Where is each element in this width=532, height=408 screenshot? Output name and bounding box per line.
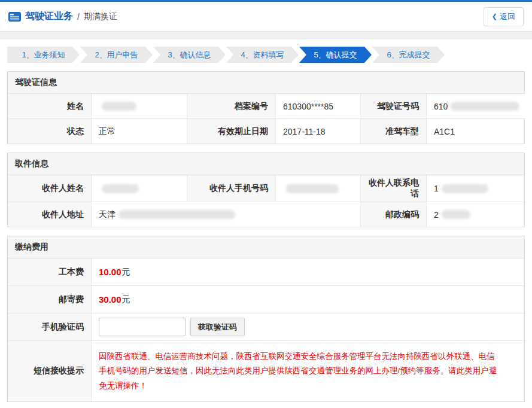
recipient-mobile-value	[276, 175, 361, 202]
page-title: 驾驶证业务	[25, 10, 73, 23]
postal-code-value: 2	[427, 202, 524, 227]
recipient-name-value	[92, 175, 187, 202]
production-fee-value: 10.00 元	[92, 258, 524, 285]
license-info-section-title: 驾驶证信息	[8, 72, 524, 94]
table-row: 短信接收提示 因陕西省联通、电信运营商技术问题，陕西省互联网交通安全综合服务管理…	[8, 340, 524, 401]
license-number-label: 驾驶证号码	[361, 94, 427, 118]
back-button-label: 返回	[500, 11, 515, 22]
table-row: 收件人地址 天津 邮政编码 2	[8, 202, 524, 227]
redacted-postal-code	[442, 210, 470, 219]
redacted-recipient-mobile	[286, 184, 339, 193]
table-row: 工本费 10.00 元	[8, 258, 524, 285]
captcha-field-group: 获取验证码	[92, 313, 524, 340]
mail-fee-unit: 元	[122, 294, 130, 305]
recipient-name-label: 收件人姓名	[8, 175, 92, 202]
table-row: 收件人姓名 收件人手机号码 收件人联系电话 1	[8, 175, 524, 202]
sms-notice-cell: 因陕西省联通、电信运营商技术问题，陕西省互联网交通安全综合服务管理平台无法向持陕…	[92, 341, 524, 401]
status-label: 状态	[8, 119, 92, 144]
production-fee-label: 工本费	[8, 258, 92, 285]
redacted-recipient-phone	[442, 184, 488, 193]
back-button[interactable]: ❮ 返回	[484, 7, 524, 26]
postal-code-label: 邮政编码	[361, 202, 427, 227]
page-subtitle: 期满换证	[84, 11, 117, 22]
page-header: 驾驶证业务 / 期满换证 ❮ 返回	[0, 2, 532, 32]
production-fee-unit: 元	[122, 267, 130, 278]
vehicle-type-value: A1C1	[427, 119, 524, 144]
step-progress-bar: 1、业务须知 2、用户申告 3、确认信息 4、资料填写 5、确认提交 6、完成提…	[0, 39, 532, 63]
mail-fee-label: 邮寄费	[8, 286, 92, 313]
captcha-input[interactable]	[99, 318, 186, 336]
file-number-value: 610300****85	[276, 94, 361, 118]
table-row: 姓名 档案编号 610300****85 驾驶证号码 610	[8, 94, 524, 118]
fees-section: 缴纳费用 工本费 10.00 元 邮寄费 30.00 元 手机验证码 获取验证码…	[7, 236, 525, 402]
footer-actions: 上一步 完成	[0, 402, 532, 408]
license-services-icon	[8, 12, 21, 22]
fees-section-title: 缴纳费用	[8, 236, 524, 258]
redacted-recipient-name	[102, 184, 139, 193]
recipient-phone-label: 收件人联系电话	[361, 175, 427, 202]
file-number-label: 档案编号	[187, 94, 276, 118]
step-user-declaration: 2、用户申告	[80, 47, 153, 63]
recipient-address-label: 收件人地址	[8, 202, 92, 227]
step-complete-submit: 6、完成提交	[372, 47, 445, 63]
breadcrumb-separator: /	[77, 12, 80, 22]
mail-fee-value: 30.00 元	[92, 286, 524, 313]
header-divider-strip	[0, 32, 532, 39]
table-row: 邮寄费 30.00 元	[8, 285, 524, 313]
license-info-section: 驾驶证信息 姓名 档案编号 610300****85 驾驶证号码 610 状态 …	[7, 71, 525, 144]
name-label: 姓名	[8, 94, 92, 118]
table-row: 手机验证码 获取验证码	[8, 313, 524, 340]
status-value: 正常	[92, 119, 187, 144]
step-confirm-info: 3、确认信息	[153, 47, 226, 63]
production-fee-amount: 10.00	[99, 267, 121, 277]
get-captcha-button[interactable]: 获取验证码	[190, 318, 245, 336]
redacted-recipient-address	[118, 210, 235, 219]
name-value	[92, 94, 187, 118]
expiry-date-value: 2017-11-18	[276, 119, 361, 144]
redacted-license-number	[451, 102, 519, 111]
chevron-left-icon: ❮	[492, 13, 497, 20]
sms-notice-label: 短信接收提示	[8, 341, 92, 401]
redacted-name	[102, 102, 136, 111]
license-number-value: 610	[427, 94, 527, 118]
expiry-date-label: 有效期止日期	[187, 119, 276, 144]
recipient-mobile-label: 收件人手机号码	[187, 175, 276, 202]
breadcrumb: 驾驶证业务 / 期满换证	[8, 10, 484, 23]
sms-notice-text: 因陕西省联通、电信运营商技术问题，陕西省互联网交通安全综合服务管理平台无法向持陕…	[99, 343, 517, 399]
table-row: 状态 正常 有效期止日期 2017-11-18 准驾车型 A1C1	[8, 118, 524, 144]
vehicle-type-label: 准驾车型	[361, 119, 427, 144]
step-confirm-submit: 5、确认提交	[299, 47, 372, 63]
pickup-info-section-title: 取件信息	[8, 153, 524, 175]
step-business-notice: 1、业务须知	[7, 47, 80, 63]
step-fill-materials: 4、资料填写	[226, 47, 299, 63]
captcha-label: 手机验证码	[8, 313, 92, 340]
mail-fee-amount: 30.00	[99, 294, 121, 305]
recipient-address-value: 天津	[92, 202, 361, 227]
recipient-phone-value: 1	[427, 175, 524, 202]
pickup-info-section: 取件信息 收件人姓名 收件人手机号码 收件人联系电话 1 收件人地址 天津 邮政…	[7, 153, 525, 227]
